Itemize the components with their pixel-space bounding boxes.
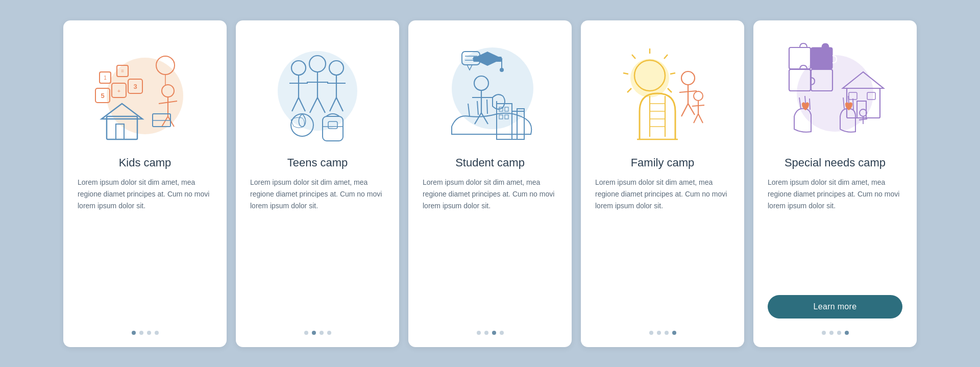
dot-3[interactable] [320,331,324,335]
dot-2[interactable] [657,331,661,335]
dot-3[interactable] [837,331,841,335]
special-needs-camp-title: Special needs camp [785,156,886,169]
student-camp-body: Lorem ipsum dolor sit dim amet, mea regi… [423,177,557,321]
svg-point-68 [630,59,669,97]
kids-camp-dots [132,331,159,335]
student-camp-illustration [434,35,546,147]
svg-line-72 [632,55,635,59]
dot-2[interactable] [312,331,316,335]
svg-point-94 [797,55,873,132]
svg-line-93 [698,114,703,123]
special-needs-camp-body: Lorem ipsum dolor sit dim amet, mea regi… [768,177,902,286]
svg-line-74 [627,88,631,92]
svg-line-86 [679,91,697,92]
special-needs-camp-illustration [779,35,891,147]
svg-line-87 [681,104,688,116]
family-camp-card: Family camp Lorem ipsum dolor sit dim am… [581,20,744,347]
kids-camp-illustration: 5 + 3 1 = [89,35,201,147]
svg-point-89 [694,91,703,101]
student-camp-card: Student camp Lorem ipsum dolor sit dim a… [408,20,572,347]
dot-1[interactable] [822,331,826,335]
dot-3[interactable] [492,331,496,335]
kids-camp-card: 5 + 3 1 = [63,20,227,347]
svg-line-66 [487,100,487,114]
svg-line-106 [810,99,810,110]
dot-1[interactable] [477,331,481,335]
svg-line-70 [664,55,668,59]
dot-1[interactable] [649,331,653,335]
svg-line-71 [670,73,675,74]
teens-camp-card: Teens camp Lorem ipsum dolor sit dim ame… [236,20,399,347]
svg-rect-95 [789,47,811,69]
dot-2[interactable] [829,331,834,335]
kids-camp-title: Kids camp [119,156,172,169]
svg-point-47 [500,68,504,72]
dot-2[interactable] [484,331,488,335]
svg-line-73 [623,73,628,74]
dot-2[interactable] [139,331,143,335]
dot-1[interactable] [132,331,136,335]
teens-camp-body: Lorem ipsum dolor sit dim amet, mea regi… [250,177,385,321]
dot-4[interactable] [327,331,331,335]
teens-camp-title: Teens camp [287,156,348,169]
dot-3[interactable] [665,331,669,335]
svg-line-88 [688,104,695,115]
svg-line-91 [692,105,704,106]
svg-line-109 [853,99,853,110]
family-camp-body: Lorem ipsum dolor sit dim amet, mea regi… [595,177,730,321]
dot-4[interactable] [672,331,676,335]
kids-camp-body: Lorem ipsum dolor sit dim amet, mea regi… [78,177,212,321]
svg-line-92 [694,114,698,123]
dot-3[interactable] [147,331,151,335]
svg-rect-96 [811,47,832,69]
student-camp-title: Student camp [455,156,525,169]
dot-4[interactable] [155,331,159,335]
family-camp-title: Family camp [631,156,695,169]
student-camp-dots [477,331,504,335]
teens-camp-dots [304,331,331,335]
teens-camp-illustration [261,35,374,147]
svg-text:5: 5 [101,92,104,100]
cards-container: 5 + 3 1 = [43,5,937,362]
svg-text:=: = [121,68,124,74]
svg-text:+: + [117,88,120,94]
svg-text:3: 3 [133,83,137,90]
special-needs-camp-card: Special needs camp Lorem ipsum dolor sit… [753,20,917,347]
svg-text:1: 1 [104,75,107,81]
dot-1[interactable] [304,331,308,335]
svg-line-75 [668,88,672,92]
dot-4[interactable] [845,331,849,335]
dot-4[interactable] [500,331,504,335]
family-camp-dots [649,331,676,335]
family-camp-illustration [606,35,719,147]
special-needs-camp-dots [822,331,849,335]
svg-point-84 [681,71,695,85]
learn-more-button[interactable]: Learn more [768,295,902,319]
